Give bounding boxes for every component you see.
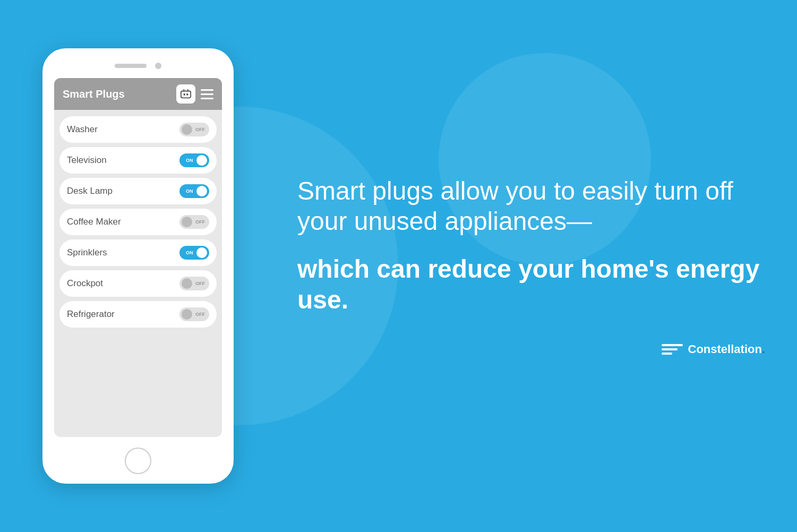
device-row-desk-lamp: Desk Lamp ON	[59, 178, 217, 204]
toggle-knob-television	[196, 155, 207, 166]
app-screen: Smart Plugs	[54, 78, 222, 437]
toggle-label-sprinklers: ON	[186, 250, 193, 255]
phone-speaker	[115, 64, 147, 68]
main-text-normal: Smart plugs allow you to easily turn off…	[297, 176, 765, 237]
toggle-desk-lamp[interactable]: ON	[179, 184, 209, 198]
device-name-desk-lamp: Desk Lamp	[67, 186, 113, 196]
hamburger-menu-icon[interactable]	[201, 89, 213, 99]
svg-rect-0	[181, 91, 191, 98]
toggle-label-washer: OFF	[195, 127, 205, 132]
toggle-knob-desk-lamp	[196, 186, 207, 196]
device-row-television: Television ON	[59, 147, 217, 174]
device-row-refrigerator: Refrigerator OFF	[59, 301, 217, 328]
app-title: Smart Plugs	[63, 88, 171, 100]
toggle-knob-sprinklers	[196, 247, 207, 258]
toggle-coffee-maker[interactable]: OFF	[179, 215, 209, 229]
phone-home-button[interactable]	[125, 448, 151, 474]
toggle-knob-crockpot	[182, 278, 192, 289]
toggle-label-desk-lamp: ON	[186, 188, 193, 194]
right-panel: Smart plugs allow you to easily turn off…	[276, 144, 797, 388]
app-header: Smart Plugs	[54, 78, 222, 110]
toggle-label-refrigerator: OFF	[195, 312, 205, 317]
left-panel: Smart Plugs	[0, 0, 276, 532]
device-name-washer: Washer	[67, 124, 98, 135]
phone-mockup: Smart Plugs	[42, 48, 234, 484]
constellation-logo: Constellation.	[662, 342, 765, 356]
plug-icon	[176, 84, 195, 104]
device-name-television: Television	[67, 155, 107, 166]
phone-camera	[155, 63, 161, 69]
toggle-knob-coffee-maker	[182, 217, 192, 227]
toggle-label-coffee-maker: OFF	[195, 219, 205, 225]
device-name-sprinklers: Sprinklers	[67, 247, 107, 258]
main-text-bold: which can reduce your home's energy use.	[297, 254, 765, 315]
toggle-sprinklers[interactable]: ON	[179, 246, 209, 260]
toggle-label-television: ON	[186, 158, 193, 163]
device-row-crockpot: Crockpot OFF	[59, 270, 217, 297]
toggle-knob-washer	[182, 124, 192, 135]
toggle-knob-refrigerator	[182, 309, 192, 320]
logo-line-1	[662, 344, 683, 346]
device-row-coffee-maker: Coffee Maker OFF	[59, 209, 217, 235]
toggle-television[interactable]: ON	[179, 153, 209, 167]
toggle-refrigerator[interactable]: OFF	[179, 307, 209, 321]
constellation-logo-icon	[662, 344, 683, 355]
svg-point-3	[184, 94, 185, 95]
logo-line-2	[662, 348, 678, 350]
toggle-crockpot[interactable]: OFF	[179, 277, 209, 290]
logo-line-3	[662, 353, 672, 355]
device-name-refrigerator: Refrigerator	[67, 309, 115, 320]
toggle-washer[interactable]: OFF	[179, 123, 209, 136]
device-row-sprinklers: Sprinklers ON	[59, 239, 217, 266]
phone-top-bar	[42, 48, 234, 78]
device-name-coffee-maker: Coffee Maker	[67, 217, 121, 227]
toggle-label-crockpot: OFF	[195, 281, 205, 286]
device-list: Washer OFF Television ON Desk	[54, 110, 222, 334]
svg-point-4	[187, 94, 188, 95]
device-row-washer: Washer OFF	[59, 116, 217, 143]
brand-name: Constellation.	[688, 342, 765, 356]
device-name-crockpot: Crockpot	[67, 278, 103, 289]
